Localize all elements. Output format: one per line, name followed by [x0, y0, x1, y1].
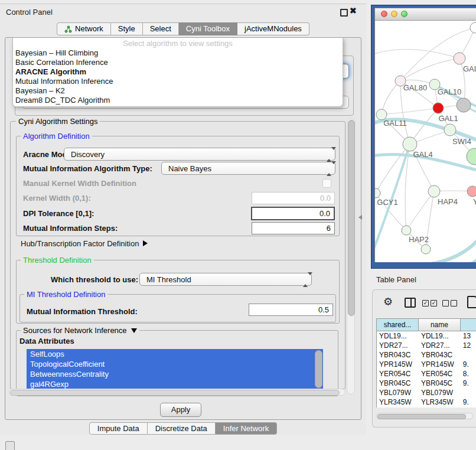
tab-discretize-data[interactable]: Discretize Data	[148, 422, 216, 435]
network-node-hap2[interactable]	[402, 226, 411, 235]
table-row[interactable]: YIL052CYIL052C9.	[377, 407, 476, 407]
deselect-all-columns-icon[interactable]	[442, 300, 457, 311]
table-cell[interactable]	[461, 388, 476, 397]
table-row[interactable]: YBR043CYBR043C	[377, 350, 476, 360]
tab-style[interactable]: Style	[111, 22, 143, 35]
float-window-icon[interactable]	[340, 9, 348, 17]
table-cell[interactable]: 9.	[461, 397, 476, 407]
network-node-gcy1[interactable]	[375, 188, 380, 198]
scrollbar-thumb[interactable]	[377, 414, 466, 419]
table-row[interactable]: YER054CYER054C8.	[377, 369, 476, 379]
table-cell[interactable]: 12	[461, 341, 476, 350]
tab-impute-data[interactable]: Impute Data	[89, 422, 148, 435]
network-node[interactable]	[470, 22, 476, 33]
which-threshold-combobox[interactable]: MI Threshold	[139, 273, 312, 286]
table-row[interactable]: YPR145WYPR145W9.	[377, 360, 476, 369]
tab-network[interactable]: Network	[57, 22, 111, 35]
network-node-gal4[interactable]	[403, 137, 417, 151]
table-cell[interactable]: 8.	[461, 369, 476, 379]
table-cell[interactable]: 9.	[461, 379, 476, 388]
network-node[interactable]	[457, 98, 471, 112]
table-cell[interactable]: YPR145W	[419, 360, 461, 369]
table-cell[interactable]: YER054C	[419, 369, 461, 379]
table-cell[interactable]: YBR043C	[377, 350, 419, 360]
algorithm-option-basic-correlation-inference[interactable]: Basic Correlation Inference	[13, 58, 343, 67]
network-node[interactable]	[421, 244, 431, 254]
table-row[interactable]: YBL079WYBL079W	[377, 388, 476, 397]
select-all-columns-icon[interactable]: ✓✓	[422, 300, 437, 311]
table-cell[interactable]: YBL079W	[419, 388, 461, 397]
table-cell[interactable]: YIL052C	[377, 407, 419, 407]
dpi-tolerance-field[interactable]: 0.0	[251, 207, 335, 220]
panel-resize-grip[interactable]	[358, 215, 362, 220]
network-node-gal[interactable]	[454, 53, 465, 64]
network-node[interactable]	[467, 148, 476, 165]
minimize-traffic-light[interactable]	[391, 11, 397, 17]
mi-threshold-field[interactable]: 0.5	[249, 304, 333, 316]
algorithm-option-aracne-algorithm[interactable]: ARACNE Algorithm	[13, 67, 343, 77]
settings-horizontal-scrollbar[interactable]	[9, 389, 345, 396]
column-header-name[interactable]: name	[419, 319, 461, 331]
close-icon[interactable]: ✖	[350, 6, 357, 15]
column-header-col2[interactable]	[461, 319, 476, 331]
table-cell[interactable]: YDL19...	[419, 331, 461, 341]
zoom-traffic-light[interactable]	[401, 11, 407, 17]
table-cell[interactable]: YLR345W	[377, 397, 419, 407]
data-attributes-list[interactable]: SelfLoopsTopologicalCoefficientBetweenne…	[27, 349, 323, 389]
scrollbar-thumb[interactable]	[10, 390, 340, 396]
tab-cyni-toolbox[interactable]: Cyni Toolbox	[179, 22, 237, 35]
network-node-y[interactable]	[467, 186, 476, 197]
kernel-width-field[interactable]: 0.0	[252, 192, 335, 204]
table-cell[interactable]: YPR145W	[377, 360, 419, 369]
algorithm-option-dream8-dc-tdc-algorithm[interactable]: Dream8 DC_TDC Algorithm	[13, 96, 343, 105]
attribute-item-betweennesscentrality[interactable]: BetweennessCentrality	[27, 369, 323, 379]
sources-expander[interactable]: Sources for Network Inference	[21, 326, 139, 335]
column-header-shared[interactable]: shared...	[377, 319, 419, 331]
table-horizontal-scrollbar[interactable]	[376, 413, 473, 419]
export-table-icon[interactable]	[467, 296, 476, 308]
network-node-gal1[interactable]	[433, 103, 444, 113]
close-traffic-light[interactable]	[381, 11, 387, 17]
table-row[interactable]: YDL19...YDL19...13	[377, 331, 476, 341]
table-row[interactable]: YLR345WYLR345W9.	[377, 397, 476, 407]
table-cell[interactable]: YBL079W	[377, 388, 419, 397]
attribute-item-topologicalcoefficient[interactable]: TopologicalCoefficient	[27, 359, 323, 369]
scrollbar-thumb[interactable]	[348, 120, 355, 316]
attribute-item-gal4rgexp[interactable]: gal4RGexp	[27, 379, 323, 389]
table-cell[interactable]: YBR045C	[419, 379, 461, 388]
algorithm-option-bayesian-k2[interactable]: Bayesian – K2	[13, 86, 343, 96]
table-cell[interactable]: YBR045C	[377, 379, 419, 388]
network-titlebar[interactable]	[375, 8, 476, 21]
attributes-scrollbar[interactable]	[315, 350, 322, 388]
manual-kernel-checkbox[interactable]	[322, 179, 331, 188]
settings-vertical-scrollbar[interactable]	[347, 118, 355, 394]
table-row[interactable]: YDR27...YDR27...12	[377, 341, 476, 350]
apply-button[interactable]: Apply	[160, 403, 201, 417]
network-node-hap4[interactable]	[428, 185, 440, 197]
mi-type-combobox[interactable]: Naive Bayes	[161, 162, 335, 175]
network-graph[interactable]: GALGAL80GAL10GAL1GAL11SWI4GAL4GCY1HAP4YH…	[375, 21, 476, 262]
table-cell[interactable]: 9.	[461, 360, 476, 369]
network-node-swi4[interactable]	[444, 124, 456, 136]
table-cell[interactable]: YDR27...	[377, 341, 419, 350]
hub-definition-expander[interactable]: Hub/Transcription Factor Definition	[21, 239, 148, 248]
tab-select[interactable]: Select	[143, 22, 179, 35]
split-view-icon[interactable]	[405, 298, 416, 308]
mi-steps-field[interactable]: 6	[252, 222, 335, 234]
tab-jactivemnodules[interactable]: jActiveMNodules	[237, 22, 309, 35]
network-canvas[interactable]: GALGAL80GAL10GAL1GAL11SWI4GAL4GCY1HAP4YH…	[375, 21, 476, 262]
table-cell[interactable]: 13	[461, 331, 476, 341]
tab-infer-network[interactable]: Infer Network	[216, 422, 277, 435]
table-cell[interactable]: YLR345W	[419, 397, 461, 407]
table-cell[interactable]: YDL19...	[377, 331, 419, 341]
table-cell[interactable]: YBR043C	[419, 350, 461, 360]
table-cell[interactable]: YDR27...	[419, 341, 461, 350]
gear-icon[interactable]: ⚙	[383, 295, 393, 308]
table-cell[interactable]: YER054C	[377, 369, 419, 379]
table-row[interactable]: YBR045CYBR045C9.	[377, 379, 476, 388]
attribute-item-selfloops[interactable]: SelfLoops	[27, 349, 323, 359]
network-edge[interactable]	[431, 236, 476, 262]
algorithm-option-bayesian-hill-climbing[interactable]: Bayesian – Hill Climbing	[13, 48, 343, 58]
algorithm-option-mutual-information-inference[interactable]: Mutual Information Inference	[13, 77, 343, 86]
dock-panel-icon[interactable]	[5, 441, 15, 450]
